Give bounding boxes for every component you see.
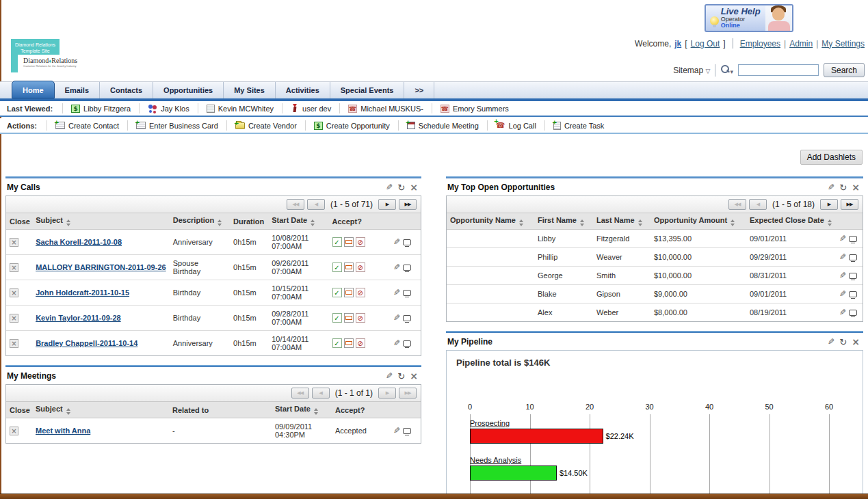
accept-yes-icon[interactable]	[332, 338, 342, 348]
sort-icon[interactable]	[311, 219, 315, 226]
last-viewed-item-emory-summers[interactable]: Emory Summers	[432, 103, 517, 113]
edit-record-icon[interactable]	[393, 237, 400, 247]
next-page-button[interactable]: ▶	[820, 199, 838, 210]
sort-icon[interactable]	[66, 408, 70, 415]
edit-record-icon[interactable]	[393, 313, 400, 323]
edit-record-icon[interactable]	[393, 338, 400, 348]
add-dashlets-button[interactable]: Add Dashlets	[800, 150, 863, 165]
edit-record-icon[interactable]	[839, 289, 846, 299]
tab-special-events[interactable]: Special Events	[330, 82, 405, 98]
call-subject-link[interactable]: John Holdcraft-2011-10-15	[36, 288, 129, 297]
action-create-contact[interactable]: Create Contact	[47, 120, 127, 131]
preview-record-icon[interactable]	[403, 290, 411, 296]
call-subject-link[interactable]: Kevin Taylor-2011-09-28	[36, 314, 121, 322]
accept-yes-icon[interactable]	[332, 237, 342, 247]
action-create-task[interactable]: Create Task	[544, 120, 613, 131]
last-page-button[interactable]: ▶▶	[841, 199, 858, 210]
accept-yes-icon[interactable]	[332, 313, 342, 323]
tab-more[interactable]: >>	[404, 82, 434, 98]
action-create-vendor[interactable]: Create Vendor	[226, 120, 305, 131]
refresh-dashlet-icon[interactable]	[397, 371, 405, 381]
last-viewed-item-jay-klos[interactable]: Jay Klos	[139, 103, 198, 113]
close-call-icon[interactable]	[10, 339, 18, 348]
sitemap-menu[interactable]: Sitemap ▽	[673, 66, 710, 75]
accept-tentative-icon[interactable]	[344, 237, 354, 247]
preview-record-icon[interactable]	[403, 340, 411, 347]
sort-icon[interactable]	[218, 219, 222, 226]
refresh-dashlet-icon[interactable]	[397, 183, 405, 193]
close-call-icon[interactable]	[10, 263, 18, 272]
preview-record-icon[interactable]	[849, 310, 857, 316]
employees-link[interactable]: Employees	[740, 39, 780, 49]
call-subject-link[interactable]: MALLORY BARRINGTON-2011-09-26	[36, 263, 166, 271]
edit-dashlet-icon[interactable]	[386, 371, 393, 381]
tab-activities[interactable]: Activities	[276, 82, 330, 98]
preview-record-icon[interactable]	[849, 291, 857, 297]
edit-record-icon[interactable]	[839, 234, 846, 243]
edit-record-icon[interactable]	[393, 288, 400, 297]
tab-my-sites[interactable]: My Sites	[224, 82, 276, 98]
action-log-call[interactable]: Log Call	[487, 120, 544, 131]
call-subject-link[interactable]: Bradley Chappell-2011-10-14	[36, 339, 137, 347]
sort-icon[interactable]	[828, 219, 832, 226]
search-button[interactable]: Search	[824, 63, 865, 77]
preview-record-icon[interactable]	[403, 428, 411, 434]
pipeline-stage-link-prospecting[interactable]: Prospecting	[470, 419, 510, 427]
edit-record-icon[interactable]	[839, 308, 846, 317]
preview-record-icon[interactable]	[849, 236, 857, 242]
logout-link[interactable]: Log Out	[691, 39, 720, 49]
last-viewed-item-michael-muskus[interactable]: Michael MUSKUS-	[339, 103, 432, 113]
accept-tentative-icon[interactable]	[344, 313, 354, 323]
tab-contacts[interactable]: Contacts	[100, 82, 153, 98]
sort-icon[interactable]	[731, 219, 735, 226]
my-settings-link[interactable]: My Settings	[821, 39, 865, 49]
pipeline-stage-link-needs-analysis[interactable]: Needs Analysis	[470, 456, 521, 464]
edit-dashlet-icon[interactable]	[828, 337, 834, 347]
preview-record-icon[interactable]	[403, 265, 411, 271]
call-subject-link[interactable]: Sacha Korell-2011-10-08	[36, 238, 122, 246]
accept-decline-icon[interactable]	[356, 288, 365, 297]
next-page-button[interactable]: ▶	[378, 199, 396, 210]
accept-decline-icon[interactable]	[356, 338, 365, 348]
tab-opportunities[interactable]: Opportunities	[153, 82, 224, 98]
last-page-button[interactable]: ▶▶	[399, 199, 417, 210]
accept-decline-icon[interactable]	[356, 237, 365, 247]
accept-tentative-icon[interactable]	[344, 338, 354, 348]
close-meeting-icon[interactable]	[10, 427, 18, 435]
close-dashlet-icon[interactable]	[852, 182, 860, 193]
edit-dashlet-icon[interactable]	[386, 183, 393, 192]
tab-home[interactable]: Home	[12, 81, 55, 98]
edit-record-icon[interactable]	[393, 426, 400, 435]
action-enter-business-card[interactable]: Enter Business Card	[127, 120, 226, 131]
preview-record-icon[interactable]	[849, 254, 857, 260]
preview-record-icon[interactable]	[403, 239, 411, 245]
sort-icon[interactable]	[66, 219, 70, 226]
edit-record-icon[interactable]	[393, 262, 400, 272]
close-call-icon[interactable]	[10, 288, 18, 297]
last-viewed-item-user-dev[interactable]: user dev	[282, 103, 339, 113]
meeting-subject-link[interactable]: Meet with Anna	[36, 427, 90, 435]
last-viewed-item-kevin-mcwhitey[interactable]: Kevin MCWhitey	[198, 103, 282, 113]
accept-tentative-icon[interactable]	[344, 288, 354, 297]
close-call-icon[interactable]	[10, 238, 18, 247]
refresh-dashlet-icon[interactable]	[839, 183, 847, 193]
refresh-dashlet-icon[interactable]	[839, 337, 847, 347]
search-input[interactable]	[738, 64, 819, 76]
close-call-icon[interactable]	[10, 314, 18, 323]
preview-record-icon[interactable]	[849, 273, 857, 279]
last-viewed-item-libby-fitzgera[interactable]: Libby Fitzgera	[62, 103, 139, 113]
accept-tentative-icon[interactable]	[344, 262, 354, 272]
close-dashlet-icon[interactable]	[410, 182, 418, 193]
admin-link[interactable]: Admin	[789, 39, 813, 49]
search-scope-menu[interactable]: ▾	[720, 64, 733, 76]
sort-icon[interactable]	[638, 219, 642, 226]
action-schedule-meeting[interactable]: Schedule Meeting	[398, 120, 487, 131]
close-dashlet-icon[interactable]	[852, 336, 860, 347]
edit-record-icon[interactable]	[839, 252, 846, 262]
live-help-banner[interactable]: Live Help Operator Online	[705, 4, 793, 32]
action-create-opportunity[interactable]: Create Opportunity	[305, 120, 398, 131]
sort-icon[interactable]	[580, 219, 584, 226]
accept-yes-icon[interactable]	[332, 262, 342, 272]
edit-record-icon[interactable]	[839, 271, 846, 280]
username-link[interactable]: jk	[674, 39, 681, 49]
